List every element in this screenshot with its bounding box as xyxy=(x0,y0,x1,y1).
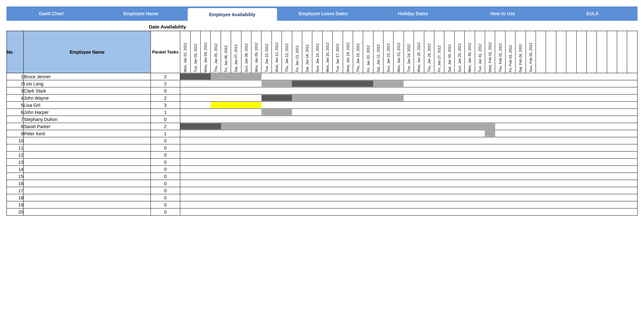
row-no: 1 xyxy=(7,73,24,80)
table-row: 130 xyxy=(7,159,638,166)
table-row: 150 xyxy=(7,173,638,180)
table-row: 3Clark Stark0 xyxy=(7,87,638,95)
row-name xyxy=(24,166,150,173)
header-date-extra-0 xyxy=(536,31,546,73)
row-bars xyxy=(180,166,638,173)
row-bars xyxy=(180,194,638,201)
row-bars xyxy=(180,116,638,123)
table-row: 2Lois Lang2 xyxy=(7,80,638,87)
row-name xyxy=(24,137,150,144)
gantt-bar-dark xyxy=(261,95,292,101)
row-name xyxy=(24,151,150,159)
table-row: 100 xyxy=(7,137,638,144)
header-date-6: Sun, Jan 08, 2012 xyxy=(241,31,251,73)
header-date-17: Thu, Jan 19, 2012 xyxy=(353,31,363,73)
tab-employee-leave-dates[interactable]: Employee Leave Dates xyxy=(279,6,368,21)
row-parallel: 2 xyxy=(150,73,180,80)
table-row: 6John Harper1 xyxy=(7,109,638,116)
tab-employee-name[interactable]: Employee Name xyxy=(96,6,186,21)
header-date-18: Fri, Jan 20, 2012 xyxy=(363,31,373,73)
row-bars xyxy=(180,95,638,102)
row-no: 20 xyxy=(7,208,24,216)
row-bars xyxy=(180,151,638,159)
row-parallel: 1 xyxy=(150,130,180,137)
row-name xyxy=(24,187,150,194)
gantt-bar-yellow xyxy=(211,102,261,108)
row-no: 19 xyxy=(7,201,24,208)
row-parallel: 0 xyxy=(150,144,180,151)
row-name: Lisa Girl xyxy=(24,102,150,109)
row-parallel: 0 xyxy=(150,194,180,201)
tab-holiday-dates[interactable]: Holiday Dates xyxy=(368,6,458,21)
row-bars xyxy=(180,208,638,216)
gantt-bar-gray xyxy=(261,109,292,115)
row-no: 3 xyxy=(7,87,24,95)
table-row: 180 xyxy=(7,194,638,201)
row-name xyxy=(24,208,150,216)
gantt-bar-gray xyxy=(485,130,495,137)
row-bars xyxy=(180,201,638,208)
header-date-7: Mon, Jan 09, 2012 xyxy=(251,31,261,73)
header-date-32: Fri, Feb 03, 2012 xyxy=(505,31,515,73)
header-date-0: Mon, Jan 02, 2012 xyxy=(180,31,190,73)
row-no: 13 xyxy=(7,159,24,166)
row-bars xyxy=(180,73,638,80)
gantt-bar-gray xyxy=(261,81,292,87)
row-parallel: 2 xyxy=(150,123,180,130)
row-no: 7 xyxy=(7,116,24,123)
header-date-30: Wed, Feb 01, 2012 xyxy=(485,31,495,73)
header-date-1: Tue, Jan 03, 2012 xyxy=(190,31,200,73)
tab-gantt-chart[interactable]: Gantt Chart xyxy=(6,6,96,21)
header-date-extra-9 xyxy=(627,31,638,73)
row-name: Clark Stark xyxy=(24,87,150,95)
row-bars xyxy=(180,187,638,194)
gantt-bar-gray xyxy=(292,95,404,101)
header-date-19: Sat, Jan 21, 2012 xyxy=(373,31,383,73)
table-row: 160 xyxy=(7,180,638,187)
row-no: 15 xyxy=(7,173,24,180)
row-name xyxy=(24,194,150,201)
header-date-24: Thu, Jan 26, 2012 xyxy=(424,31,434,73)
tab-employee-availability[interactable]: Employee Availability xyxy=(187,8,277,21)
table-row: 110 xyxy=(7,144,638,151)
row-bars xyxy=(180,144,638,151)
row-bars xyxy=(180,123,638,130)
header-date-10: Thu, Jan 12, 2012 xyxy=(282,31,292,73)
header-employee-name: Employee Name xyxy=(24,31,150,73)
row-no: 2 xyxy=(7,80,24,87)
row-parallel: 0 xyxy=(150,187,180,194)
row-no: 18 xyxy=(7,194,24,201)
row-parallel: 0 xyxy=(150,173,180,180)
row-name: Peter Kent xyxy=(24,130,150,137)
header-date-extra-3 xyxy=(566,31,576,73)
header-date-3: Thu, Jan 05, 2012 xyxy=(211,31,221,73)
tab-eula[interactable]: EULA xyxy=(548,6,638,21)
row-name: Bruce Jenner xyxy=(24,73,150,80)
row-bars xyxy=(180,130,638,137)
header-date-20: Sun, Jan 22, 2012 xyxy=(383,31,394,73)
section-title: Date Availability xyxy=(149,24,638,29)
gantt-bar-gray xyxy=(221,123,495,129)
header-date-4: Fri, Jan 06, 2012 xyxy=(221,31,231,73)
tab-how-to-use[interactable]: How to Use xyxy=(458,6,548,21)
header-date-12: Sat, Jan 14, 2012 xyxy=(302,31,312,73)
header-date-25: Fri, Jan 27, 2012 xyxy=(434,31,444,73)
row-no: 16 xyxy=(7,180,24,187)
table-row: 140 xyxy=(7,166,638,173)
row-name: Stephany Duhon xyxy=(24,116,150,123)
header-date-29: Tue, Jan 31, 2012 xyxy=(475,31,485,73)
row-bars xyxy=(180,180,638,187)
row-name: John Harper xyxy=(24,109,150,116)
header-date-23: Wed, Jan 25, 2012 xyxy=(414,31,424,73)
header-date-27: Sun, Jan 29, 2012 xyxy=(454,31,464,73)
row-no: 6 xyxy=(7,109,24,116)
header-date-extra-6 xyxy=(597,31,607,73)
header-no: No xyxy=(7,31,24,73)
header-date-extra-7 xyxy=(607,31,617,73)
table-row: 4John Wayne2 xyxy=(7,95,638,102)
header-date-extra-5 xyxy=(586,31,596,73)
header-date-extra-4 xyxy=(576,31,586,73)
header-date-11: Fri, Jan 13, 2012 xyxy=(292,31,302,73)
row-no: 4 xyxy=(7,95,24,102)
row-no: 8 xyxy=(7,123,24,130)
